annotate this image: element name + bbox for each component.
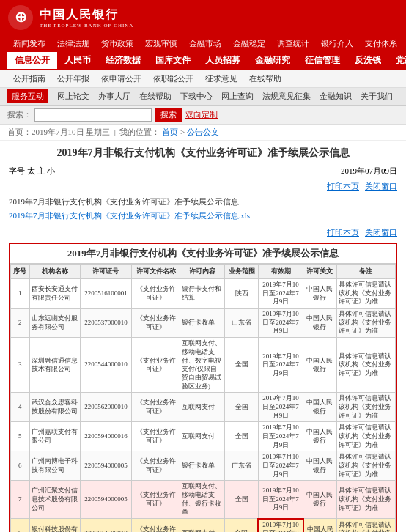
nav-sub-duty[interactable]: 依职能公开 <box>147 72 199 86</box>
nav-main-research[interactable]: 金融研究 <box>248 52 298 69</box>
nav-sub-request[interactable]: 依申请公开 <box>95 72 147 86</box>
cell-permit: 2200814500010 <box>80 519 132 532</box>
nav-main-econ[interactable]: 经济数据 <box>98 52 148 69</box>
logo-text: 中国人民银行 THE PEOPLE'S BANK OF CHINA <box>40 7 133 29</box>
nav-top-news[interactable]: 新闻发布 <box>7 35 51 52</box>
nav-sub-help[interactable]: 在线帮助 <box>243 72 287 86</box>
bank-name-en: THE PEOPLE'S BANK OF CHINA <box>40 23 133 29</box>
cell-content: 互联网支付 <box>180 422 225 451</box>
breadcrumb-notices[interactable]: 公告公文 <box>187 128 219 136</box>
service-hall[interactable]: 办事大厅 <box>94 89 135 103</box>
main-nav: 信息公开 人民币 经济数据 国库文件 人员招募 金融研究 征信管理 反洗钱 党建… <box>0 52 406 70</box>
service-help[interactable]: 在线帮助 <box>135 89 176 103</box>
col-name: 机构名称 <box>29 265 80 279</box>
cell-note: 具体许可信息请认该机构《支付业务许可证》为准 <box>336 338 395 393</box>
service-download[interactable]: 下载中心 <box>176 89 217 103</box>
doc-meta: 字号 太 主 小 2019年07月09日 <box>9 166 397 177</box>
cell-valid: 2019年7月10日至2024年7月9日 <box>258 451 303 481</box>
col-note: 备注 <box>336 265 395 279</box>
cell-permit: 2200562000010 <box>80 393 132 422</box>
cell-num: 2 <box>11 309 30 338</box>
cell-content: 银行卡收单 <box>180 451 225 481</box>
breadcrumb-home[interactable]: 首页 <box>162 128 178 136</box>
svg-text:⊕: ⊕ <box>15 9 27 25</box>
cell-valid: 2019年7月10日至2024年7月9日 <box>258 279 303 309</box>
nav-top-survey[interactable]: 调查统计 <box>271 35 315 52</box>
nav-sub-opinion[interactable]: 征求意见 <box>199 72 243 86</box>
service-query[interactable]: 网上查询 <box>217 89 258 103</box>
nav-top-macro[interactable]: 宏观审慎 <box>139 35 183 52</box>
table-row: 1西安长安通支付有限责任公司2200516100001《支付业务许可证》银行卡支… <box>11 279 396 309</box>
close-link-top[interactable]: 关闭窗口 <box>365 181 397 192</box>
custom-link[interactable]: 双向定制 <box>185 109 218 120</box>
nav-top-law[interactable]: 法律法规 <box>51 35 95 52</box>
nav-main-recruit[interactable]: 人员招募 <box>198 52 248 69</box>
cell-scope: 全国 <box>225 481 259 519</box>
print-link-top[interactable]: 打印本页 <box>327 181 359 192</box>
cell-doc: 《支付业务许可证》 <box>132 451 180 481</box>
cell-scope: 全国 <box>225 422 259 451</box>
nav-sub-guide[interactable]: 公开指南 <box>7 72 51 86</box>
cell-valid: 2019年7月10日至2024年7月9日 <box>258 393 303 422</box>
table-row: 8银付科技股份有限公司2200814500010《支付业务许可证》互联网支付全国… <box>11 519 396 532</box>
cell-valid: 2019年7月10日至2024年7月9日 <box>258 309 303 338</box>
cell-scope: 山东省 <box>225 309 259 338</box>
nav-main-aml[interactable]: 反洗钱 <box>347 52 388 69</box>
col-num: 序号 <box>11 265 30 279</box>
doc-actions-bottom: 打印本页 关闭窗口 <box>9 227 397 238</box>
search-bar: 搜索： 搜索 双向定制 <box>0 106 406 125</box>
service-about[interactable]: 关于我们 <box>356 89 397 103</box>
nav-top-tech[interactable]: 金融科技 <box>403 35 406 52</box>
table-row: 7广州汇聚支付信息技术股份有限公司2200594000005《支付业务许可证》互… <box>11 481 396 519</box>
cell-note: 具体许可信息请认该机构《支付业务许可证》为准 <box>336 309 395 338</box>
cell-num: 7 <box>11 481 30 519</box>
table-title: 2019年7月非银行支付机构《支付业务许可证》准予续展公示信息 <box>10 244 396 264</box>
nav-main-info[interactable]: 信息公开 <box>7 52 57 69</box>
cell-content: 银行卡收单 <box>180 309 225 338</box>
search-bar-label: 搜索： <box>7 109 32 120</box>
cell-doc: 《支付业务许可证》 <box>132 481 180 519</box>
cell-name: 西安长安通支付有限责任公司 <box>29 279 80 309</box>
cell-auth: 中国人民银行 <box>303 393 337 422</box>
nav-top-payment[interactable]: 支付体系 <box>359 35 403 52</box>
cell-permit: 2200594000005 <box>80 451 132 481</box>
cell-permit: 2200594000016 <box>80 422 132 451</box>
close-link-bottom[interactable]: 关闭窗口 <box>365 227 397 238</box>
page-title: 2019年7月非银行支付机构《支付业务许可证》准予续展公示信息 <box>9 147 397 160</box>
nav-top-currency[interactable]: 货币政策 <box>95 35 139 52</box>
nav-sub-report[interactable]: 公开年报 <box>51 72 95 86</box>
cell-permit: 2200537000010 <box>80 309 132 338</box>
cell-doc: 《支付业务许可证》 <box>132 422 180 451</box>
cell-auth: 中国人民银行 <box>303 279 337 309</box>
cell-note: 具体许可信息请认该机构《支付业务许可证》为准 <box>336 519 395 532</box>
search-input[interactable] <box>34 108 152 122</box>
service-knowledge[interactable]: 金融知识 <box>315 89 356 103</box>
search-button[interactable]: 搜索 <box>155 108 182 122</box>
nav-main-party[interactable]: 党建工作 <box>388 52 406 69</box>
nav-top-finance[interactable]: 金融市场 <box>183 35 227 52</box>
cell-valid: 2019年7月10日至2024年7月9日 <box>258 422 303 451</box>
top-nav: 新闻发布 法律法规 货币政策 宏观审慎 金融市场 金融稳定 调查统计 银行介入 … <box>0 35 406 52</box>
nav-top-banking[interactable]: 银行介入 <box>315 35 359 52</box>
col-scope: 业务范围 <box>225 265 259 279</box>
cell-content: 互联网支付、移动电话支付、银行卡收单 <box>180 481 225 519</box>
cell-scope: 广东省 <box>225 451 259 481</box>
cell-doc: 《支付业务许可证》 <box>132 338 180 393</box>
breadcrumb-location: 我的位置： <box>119 128 160 136</box>
main-content: 2019年7月非银行支付机构《支付业务许可证》准予续展公示信息 字号 太 主 小… <box>0 141 406 532</box>
cell-name: 深圳融信通信息技术有限公司 <box>29 338 80 393</box>
cell-doc: 《支付业务许可证》 <box>132 519 180 532</box>
nav-main-rmb[interactable]: 人民币 <box>57 52 98 69</box>
nav-top-stability[interactable]: 金融稳定 <box>227 35 271 52</box>
nav-main-credit[interactable]: 征信管理 <box>298 52 347 69</box>
sub-nav: 公开指南 公开年报 依申请公开 依职能公开 征求意见 在线帮助 <box>0 70 406 88</box>
cell-valid: 2019年7月10日至2024年7月9日 <box>258 338 303 393</box>
cell-note: 具体许可信息请认该机构《支付业务许可证》为准 <box>336 451 395 481</box>
print-link-bottom[interactable]: 打印本页 <box>327 227 359 238</box>
doc-file-link[interactable]: 2019年7月非银行支付机构《支付业务许可证》准予续展公示信息.xls <box>9 210 397 221</box>
cell-permit: 2200594000005 <box>80 481 132 519</box>
service-online[interactable]: 网上论文 <box>53 89 94 103</box>
cell-doc: 《支付业务许可证》 <box>132 279 180 309</box>
service-opinion[interactable]: 法规意见征集 <box>258 89 315 103</box>
nav-main-treasury[interactable]: 国库文件 <box>148 52 198 69</box>
